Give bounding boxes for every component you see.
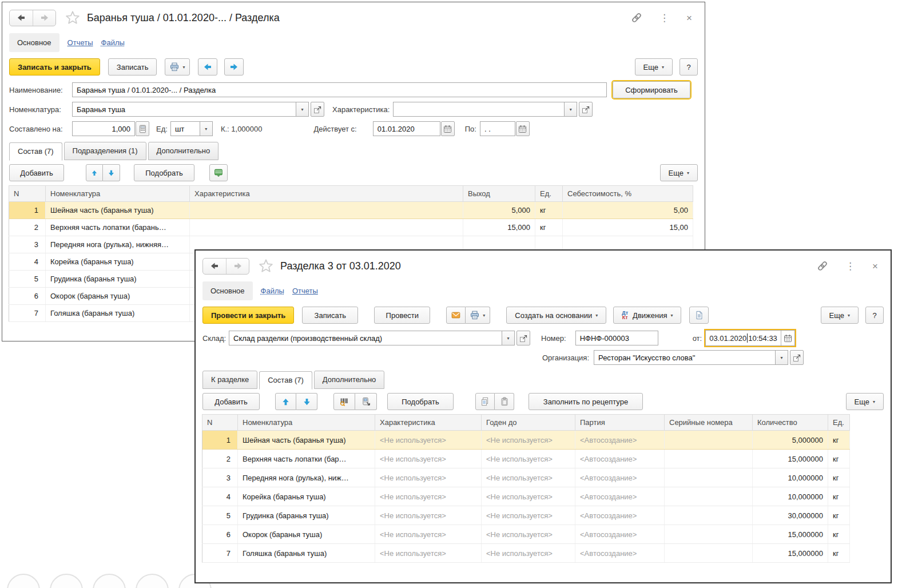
cell-n[interactable]: 2: [9, 219, 46, 236]
warehouse-input[interactable]: Склад разделки (производственный склад): [229, 331, 502, 345]
cell-name[interactable]: Голяшка (баранья туша): [46, 305, 190, 322]
cell-unit[interactable]: кг: [828, 431, 850, 450]
print-button[interactable]: ▾: [466, 307, 490, 324]
cell-name[interactable]: Верхняя часть лопатки (бар…: [238, 450, 375, 468]
date-calendar-button[interactable]: [781, 331, 794, 345]
cell-name[interactable]: Корейка (баранья туша): [46, 253, 190, 271]
name-input[interactable]: Баранья туша / 01.01.2020-... / Разделка: [72, 82, 607, 97]
close-icon[interactable]: ×: [872, 261, 878, 271]
next-item-button[interactable]: [224, 58, 244, 76]
movements-button[interactable]: ДтКт Движения▾: [613, 307, 681, 324]
col-best-before[interactable]: Годен до: [482, 415, 575, 431]
table-settings-button[interactable]: [209, 164, 228, 181]
save-close-button[interactable]: Записать и закрыть: [9, 58, 100, 76]
nav-files-link[interactable]: Файлы: [101, 38, 125, 47]
kebab-menu-icon[interactable]: ⋮: [845, 261, 855, 271]
barcode-button[interactable]: [333, 393, 355, 410]
cell-batch[interactable]: <Автосоздание>: [575, 468, 665, 487]
unit-input[interactable]: шт: [170, 121, 200, 136]
more-button[interactable]: Еще▾: [635, 58, 673, 76]
cell-serial[interactable]: [665, 431, 753, 450]
col-quantity[interactable]: Количество: [753, 415, 828, 431]
print-button[interactable]: ▾: [165, 58, 190, 76]
calculator-button[interactable]: [136, 121, 149, 136]
cell-best[interactable]: <Не используется>: [482, 544, 575, 563]
cell-best[interactable]: <Не используется>: [482, 450, 575, 468]
add-row-button[interactable]: Добавить: [202, 393, 260, 410]
paste-rows-button[interactable]: [495, 393, 514, 410]
nomenclature-open-button[interactable]: [311, 102, 324, 117]
cell-qty[interactable]: 30,000000: [753, 506, 828, 525]
table-more-button[interactable]: Еще▾: [660, 164, 698, 181]
valid-from-calendar-button[interactable]: [441, 121, 455, 136]
cell-n[interactable]: 1: [9, 202, 46, 219]
nomenclature-dropdown[interactable]: ▾: [296, 102, 309, 117]
cell-best[interactable]: <Не используется>: [482, 525, 575, 544]
copy-link-icon[interactable]: [817, 260, 828, 272]
cell-qty[interactable]: 10,000000: [753, 468, 828, 487]
nav-main[interactable]: Основное: [9, 33, 59, 52]
cell-best[interactable]: <Не используется>: [482, 468, 575, 487]
more-button[interactable]: Еще▾: [821, 307, 859, 324]
tab-composition[interactable]: Состав (7): [259, 371, 312, 390]
document-report-button[interactable]: [689, 307, 709, 324]
cell-out[interactable]: 15,000: [463, 219, 535, 236]
table-row[interactable]: 6Окорок (баранья туша)<Не используется><…: [202, 525, 850, 544]
col-cost[interactable]: Себестоимость, %: [563, 186, 693, 202]
cell-unit[interactable]: кг: [535, 219, 563, 236]
nomenclature-input[interactable]: Баранья туша: [72, 102, 296, 117]
pick-button[interactable]: Подобрать: [134, 164, 194, 181]
col-characteristic[interactable]: Характеристика: [190, 186, 463, 202]
cell-unit[interactable]: кг: [828, 525, 850, 544]
tab-additional[interactable]: Дополнительно: [314, 371, 385, 389]
cell-batch[interactable]: <Автосоздание>: [575, 487, 665, 506]
cell-char[interactable]: <Не используется>: [375, 525, 482, 544]
col-n[interactable]: N: [9, 186, 46, 202]
copy-link-icon[interactable]: [631, 12, 642, 23]
cell-n[interactable]: 2: [202, 450, 238, 468]
pick-button[interactable]: Подобрать: [387, 393, 454, 410]
col-nomenclature[interactable]: Номенклатура: [238, 415, 375, 431]
col-unit[interactable]: Ед.: [828, 415, 850, 431]
move-down-button[interactable]: [103, 164, 120, 181]
cell-n[interactable]: 6: [9, 288, 46, 305]
cell-char[interactable]: <Не используется>: [375, 468, 482, 487]
cell-unit[interactable]: кг: [828, 506, 850, 525]
cell-batch[interactable]: <Автосоздание>: [575, 450, 665, 468]
warehouse-dropdown[interactable]: ▾: [502, 331, 515, 345]
cell-batch[interactable]: <Автосоздание>: [575, 506, 665, 525]
col-n[interactable]: N: [202, 415, 238, 431]
cell-unit[interactable]: кг: [828, 544, 850, 563]
tab-to-cutting[interactable]: К разделке: [202, 371, 257, 389]
cell-n[interactable]: 3: [9, 236, 46, 253]
cell-best[interactable]: <Не используется>: [482, 431, 575, 450]
nav-main[interactable]: Основное: [202, 281, 253, 300]
cell-unit[interactable]: кг: [535, 202, 563, 219]
organization-input[interactable]: Ресторан "Искусство слова": [594, 350, 776, 365]
cell-name[interactable]: Шейная часть (баранья туша): [238, 431, 375, 450]
cell-n[interactable]: 1: [202, 431, 238, 450]
cell-name[interactable]: Окорок (баранья туша): [238, 525, 375, 544]
cell-name[interactable]: Грудинка (баранья туша): [46, 271, 190, 288]
cell-serial[interactable]: [665, 544, 753, 563]
valid-from-input[interactable]: 01.01.2020: [373, 121, 440, 136]
cell-name[interactable]: Корейка (баранья туша): [238, 487, 375, 506]
post-close-button[interactable]: Провести и закрыть: [202, 307, 294, 324]
col-unit[interactable]: Ед.: [535, 186, 563, 202]
cell-unit[interactable]: кг: [828, 487, 850, 506]
save-button[interactable]: Записать: [302, 307, 358, 324]
col-characteristic[interactable]: Характеристика: [375, 415, 482, 431]
cell-n[interactable]: 5: [9, 271, 46, 288]
cell-serial[interactable]: [665, 506, 753, 525]
cell-n[interactable]: 7: [202, 544, 238, 563]
move-up-button[interactable]: [275, 393, 296, 410]
col-serial-numbers[interactable]: Серийные номера: [665, 415, 753, 431]
table-row[interactable]: 4Корейка (баранья туша)<Не используется>…: [202, 487, 850, 506]
tab-composition[interactable]: Состав (7): [9, 142, 62, 161]
cell-qty[interactable]: 10,000000: [753, 487, 828, 506]
organization-dropdown[interactable]: ▾: [776, 350, 788, 365]
send-email-button[interactable]: [446, 307, 466, 324]
cell-qty[interactable]: 5,000000: [753, 431, 828, 450]
cell-serial[interactable]: [665, 487, 753, 506]
characteristic-input[interactable]: [393, 102, 565, 117]
